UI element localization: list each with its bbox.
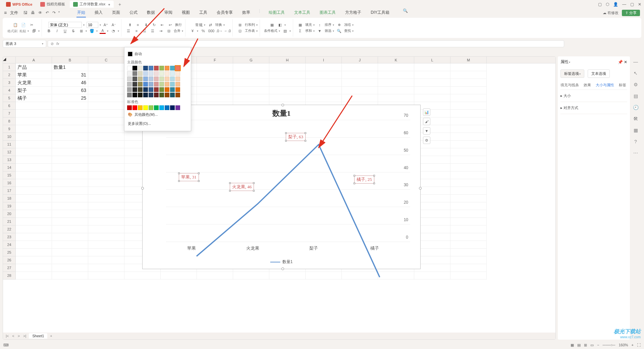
cell[interactable] bbox=[16, 102, 52, 110]
decrease-font-icon[interactable]: A⁻ bbox=[111, 22, 117, 28]
cube-icon[interactable]: ⬡ bbox=[606, 2, 609, 7]
cell[interactable] bbox=[52, 218, 88, 226]
cell[interactable] bbox=[88, 241, 124, 249]
text-options-tab[interactable]: 文本选项 bbox=[588, 69, 610, 78]
cell[interactable] bbox=[52, 117, 88, 125]
color-swatch[interactable] bbox=[149, 71, 153, 76]
cell[interactable] bbox=[16, 179, 52, 187]
cell[interactable] bbox=[88, 210, 124, 218]
color-swatch[interactable] bbox=[165, 66, 169, 70]
color-swatch[interactable] bbox=[170, 105, 175, 110]
print-icon[interactable]: 🖶 bbox=[31, 10, 35, 15]
cell[interactable] bbox=[88, 226, 124, 233]
cell[interactable] bbox=[450, 241, 487, 249]
font-color-icon[interactable]: A bbox=[100, 28, 106, 34]
row-header[interactable]: 7 bbox=[3, 110, 16, 117]
cell[interactable] bbox=[16, 171, 52, 179]
convert-icon[interactable]: ⇄ bbox=[207, 22, 213, 28]
cell[interactable] bbox=[16, 210, 52, 218]
align-right-icon[interactable]: ☰ bbox=[142, 28, 148, 34]
cell[interactable] bbox=[88, 79, 124, 87]
color-swatch[interactable] bbox=[149, 77, 153, 81]
standard-color-grid[interactable] bbox=[127, 105, 188, 110]
select-all-corner[interactable]: ◢ bbox=[3, 57, 16, 63]
col-header[interactable]: B bbox=[52, 57, 88, 63]
row-header[interactable]: 20 bbox=[3, 210, 16, 218]
tab-review[interactable]: 审阅 bbox=[164, 8, 173, 17]
row-header[interactable]: 5 bbox=[3, 94, 16, 102]
tab-formula[interactable]: 公式 bbox=[129, 8, 138, 17]
cell[interactable] bbox=[306, 87, 342, 94]
color-swatch[interactable] bbox=[154, 77, 159, 81]
col-header[interactable]: F bbox=[197, 57, 233, 63]
undo-icon[interactable]: ↶ bbox=[46, 10, 49, 15]
cell[interactable] bbox=[378, 79, 414, 87]
color-swatch[interactable] bbox=[170, 71, 175, 76]
view-break-icon[interactable]: ⊞ bbox=[584, 343, 587, 347]
col-header[interactable]: C bbox=[88, 57, 124, 63]
highlight-icon[interactable]: ◔ bbox=[110, 28, 116, 34]
color-swatch[interactable] bbox=[159, 66, 164, 70]
cell[interactable] bbox=[450, 141, 487, 148]
cell[interactable] bbox=[450, 264, 487, 272]
col-header[interactable]: H bbox=[269, 57, 306, 63]
cell[interactable] bbox=[88, 202, 124, 210]
cell[interactable] bbox=[52, 241, 88, 249]
color-swatch[interactable] bbox=[143, 87, 148, 92]
color-swatch[interactable] bbox=[175, 71, 180, 76]
cell[interactable] bbox=[414, 71, 450, 79]
currency-icon[interactable]: ¥ bbox=[190, 28, 196, 34]
data-label[interactable]: 橘子, 25 bbox=[354, 176, 374, 184]
cell[interactable]: 31 bbox=[52, 71, 88, 79]
color-swatch[interactable] bbox=[175, 82, 180, 87]
cell[interactable] bbox=[450, 148, 487, 156]
align-top-icon[interactable]: ⬆ bbox=[127, 22, 133, 28]
color-swatch[interactable] bbox=[132, 66, 137, 70]
row-header[interactable]: 21 bbox=[3, 218, 16, 226]
cell[interactable] bbox=[52, 110, 88, 117]
color-swatch[interactable] bbox=[143, 77, 148, 81]
cell[interactable] bbox=[450, 164, 487, 171]
color-swatch[interactable] bbox=[138, 77, 143, 81]
chart-filter-icon[interactable]: ▼ bbox=[423, 127, 430, 135]
cell[interactable] bbox=[269, 79, 306, 87]
increase-font-icon[interactable]: A⁺ bbox=[103, 22, 109, 28]
data-label[interactable]: 梨子, 63 bbox=[286, 133, 306, 141]
row-header[interactable]: 13 bbox=[3, 156, 16, 164]
chart-legend[interactable]: 数量1 bbox=[270, 259, 293, 265]
cell[interactable] bbox=[16, 264, 52, 272]
rail-select-icon[interactable]: ↖ bbox=[634, 70, 638, 76]
cell[interactable] bbox=[52, 133, 88, 141]
cell[interactable] bbox=[16, 141, 52, 148]
cell[interactable] bbox=[88, 171, 124, 179]
file-menu[interactable]: 文件 bbox=[10, 10, 18, 16]
number-format[interactable]: 常规 bbox=[195, 22, 203, 28]
cell[interactable] bbox=[306, 71, 342, 79]
color-swatch[interactable] bbox=[127, 77, 132, 81]
row-header[interactable]: 4 bbox=[3, 87, 16, 94]
tab-view[interactable]: 视图 bbox=[181, 8, 191, 17]
zoom-level[interactable]: 160% bbox=[619, 343, 628, 347]
row-header[interactable]: 23 bbox=[3, 233, 16, 241]
row-header[interactable]: 6 bbox=[3, 102, 16, 110]
color-swatch[interactable] bbox=[149, 66, 153, 70]
color-swatch[interactable] bbox=[127, 82, 132, 87]
color-swatch[interactable] bbox=[149, 93, 153, 97]
row-header[interactable]: 14 bbox=[3, 164, 16, 171]
table-icon[interactable]: ▦ bbox=[269, 22, 275, 28]
redo-icon[interactable]: ↷ bbox=[52, 10, 56, 15]
color-swatch[interactable] bbox=[132, 93, 137, 97]
minimize-icon[interactable]: — bbox=[622, 2, 626, 7]
col-header[interactable]: M bbox=[450, 57, 487, 63]
clipboard-icon[interactable]: 📋 bbox=[12, 22, 18, 28]
cell[interactable] bbox=[88, 233, 124, 241]
row-header[interactable]: 28 bbox=[3, 272, 16, 280]
subtab-effect[interactable]: 效果 bbox=[584, 83, 591, 88]
col-header[interactable]: I bbox=[306, 57, 342, 63]
cell[interactable] bbox=[269, 71, 306, 79]
cell[interactable] bbox=[16, 272, 52, 280]
color-swatch[interactable] bbox=[127, 105, 132, 110]
justify-icon[interactable]: ☰ bbox=[150, 28, 156, 34]
cell[interactable] bbox=[52, 125, 88, 133]
color-swatch[interactable] bbox=[159, 71, 164, 76]
